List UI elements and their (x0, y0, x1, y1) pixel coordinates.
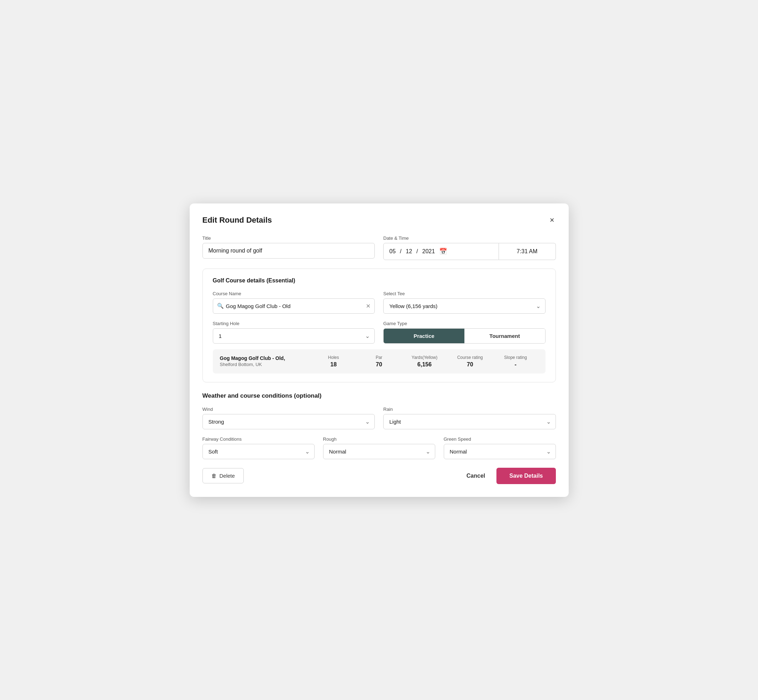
date-field[interactable]: 05 / 12 / 2021 📅 (383, 243, 499, 260)
rough-group: Rough Short Normal Long ⌄ (323, 436, 435, 459)
slope-rating-value: - (493, 361, 539, 368)
clear-icon[interactable]: ✕ (366, 303, 370, 309)
par-value: 70 (356, 361, 402, 368)
delete-label: Delete (219, 473, 235, 479)
modal-header: Edit Round Details × (202, 215, 556, 225)
fairway-select-wrapper: Soft Normal Hard ⌄ (202, 444, 315, 459)
weather-section-title: Weather and course conditions (optional) (202, 392, 556, 400)
starting-hole-label: Starting Hole (213, 321, 375, 326)
datetime-label: Date & Time (383, 236, 556, 241)
select-tee-group: Select Tee Yellow (6,156 yards) ⌄ (383, 291, 545, 314)
time-field[interactable]: 7:31 AM (499, 243, 556, 260)
footer-right: Cancel Save Details (464, 468, 556, 484)
date-time-row: 05 / 12 / 2021 📅 7:31 AM (383, 243, 556, 260)
fairway-label: Fairway Conditions (202, 436, 315, 442)
yards-label: Yards(Yellow) (402, 355, 447, 360)
course-tee-row: Course Name 🔍 ✕ Select Tee Yellow (6,156… (213, 291, 545, 314)
rough-select-wrapper: Short Normal Long ⌄ (323, 444, 435, 459)
yards-value: 6,156 (402, 361, 447, 368)
tournament-toggle-btn[interactable]: Tournament (464, 329, 545, 343)
title-input[interactable] (202, 243, 375, 259)
course-rating-value: 70 (447, 361, 493, 368)
date-sep2: / (417, 248, 418, 255)
starting-hole-group: Starting Hole 1 ⌄ (213, 321, 375, 344)
hole-gametype-row: Starting Hole 1 ⌄ Game Type Practice Tou… (213, 321, 545, 344)
game-type-toggle: Practice Tournament (383, 328, 545, 344)
search-icon: 🔍 (217, 303, 224, 309)
modal-title: Edit Round Details (202, 216, 272, 225)
rain-group: Rain None Light Moderate Heavy ⌄ (383, 406, 556, 429)
starting-hole-wrapper: 1 ⌄ (213, 328, 375, 344)
datetime-field-group: Date & Time 05 / 12 / 2021 📅 7:31 AM (383, 236, 556, 260)
wind-dropdown[interactable]: Calm Light Moderate Strong Very Strong (202, 414, 375, 429)
date-day: 12 (406, 248, 412, 255)
green-speed-select-wrapper: Slow Normal Fast ⌄ (444, 444, 556, 459)
weather-section: Weather and course conditions (optional)… (202, 392, 556, 459)
calendar-icon: 📅 (439, 248, 447, 255)
slope-rating-label: Slope rating (493, 355, 539, 360)
game-type-group: Game Type Practice Tournament (383, 321, 545, 344)
course-name-input[interactable] (213, 298, 375, 314)
select-tee-label: Select Tee (383, 291, 545, 296)
course-name-search-wrapper: 🔍 ✕ (213, 298, 375, 314)
title-label: Title (202, 236, 375, 241)
close-button[interactable]: × (548, 215, 556, 225)
date-month: 05 (389, 248, 396, 255)
fairway-dropdown[interactable]: Soft Normal Hard (202, 444, 315, 459)
practice-toggle-btn[interactable]: Practice (384, 329, 464, 343)
cancel-button[interactable]: Cancel (464, 469, 488, 483)
trash-icon: 🗑 (211, 473, 217, 479)
green-speed-dropdown[interactable]: Slow Normal Fast (444, 444, 556, 459)
starting-hole-dropdown[interactable]: 1 (213, 328, 375, 344)
fairway-group: Fairway Conditions Soft Normal Hard ⌄ (202, 436, 315, 459)
fairway-rough-green-row: Fairway Conditions Soft Normal Hard ⌄ Ro… (202, 436, 556, 459)
date-sep1: / (400, 248, 401, 255)
wind-rain-row: Wind Calm Light Moderate Strong Very Str… (202, 406, 556, 429)
course-name-label: Course Name (213, 291, 375, 296)
green-speed-label: Green Speed (444, 436, 556, 442)
edit-round-modal: Edit Round Details × Title Date & Time 0… (190, 203, 568, 497)
select-tee-dropdown[interactable]: Yellow (6,156 yards) (383, 298, 545, 314)
course-name-group: Course Name 🔍 ✕ (213, 291, 375, 314)
slope-rating-stat: Slope rating - (493, 355, 539, 368)
course-info-row: Gog Magog Golf Club - Old, Shelford Bott… (213, 349, 545, 373)
par-label: Par (356, 355, 402, 360)
rough-label: Rough (323, 436, 435, 442)
save-button[interactable]: Save Details (496, 468, 556, 484)
delete-button[interactable]: 🗑 Delete (202, 468, 244, 483)
title-date-row: Title Date & Time 05 / 12 / 2021 📅 7:31 … (202, 236, 556, 260)
course-rating-stat: Course rating 70 (447, 355, 493, 368)
golf-course-title: Golf Course details (Essential) (213, 277, 545, 284)
rain-label: Rain (383, 406, 556, 412)
course-name-main: Gog Magog Golf Club - Old, (220, 355, 311, 361)
rain-select-wrapper: None Light Moderate Heavy ⌄ (383, 414, 556, 429)
title-field-group: Title (202, 236, 375, 259)
holes-label: Holes (311, 355, 356, 360)
yards-stat: Yards(Yellow) 6,156 (402, 355, 447, 368)
wind-select-wrapper: Calm Light Moderate Strong Very Strong ⌄ (202, 414, 375, 429)
course-rating-label: Course rating (447, 355, 493, 360)
rain-dropdown[interactable]: None Light Moderate Heavy (383, 414, 556, 429)
rough-dropdown[interactable]: Short Normal Long (323, 444, 435, 459)
wind-group: Wind Calm Light Moderate Strong Very Str… (202, 406, 375, 429)
game-type-label: Game Type (383, 321, 545, 326)
golf-course-section: Golf Course details (Essential) Course N… (202, 269, 556, 382)
date-year: 2021 (423, 248, 435, 255)
par-stat: Par 70 (356, 355, 402, 368)
holes-stat: Holes 18 (311, 355, 356, 368)
holes-value: 18 (311, 361, 356, 368)
footer-row: 🗑 Delete Cancel Save Details (202, 468, 556, 484)
course-name-block: Gog Magog Golf Club - Old, Shelford Bott… (220, 355, 311, 367)
green-speed-group: Green Speed Slow Normal Fast ⌄ (444, 436, 556, 459)
course-location: Shelford Bottom, UK (220, 362, 311, 367)
select-tee-wrapper: Yellow (6,156 yards) ⌄ (383, 298, 545, 314)
time-value: 7:31 AM (517, 248, 538, 255)
wind-label: Wind (202, 406, 375, 412)
